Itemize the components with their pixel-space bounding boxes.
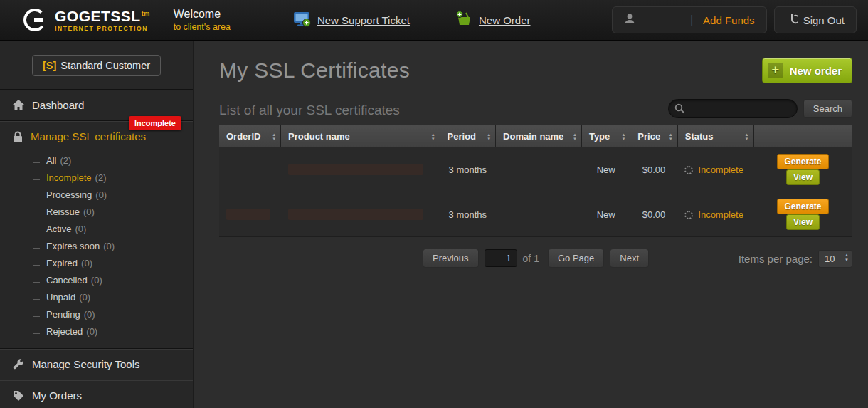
spinner-icon xyxy=(684,211,693,219)
col-header-domain[interactable]: Domain name xyxy=(496,125,582,147)
cell-status: Incomplete xyxy=(677,192,753,237)
tag-icon xyxy=(13,390,24,402)
sort-icon xyxy=(745,132,749,141)
gogetssl-logo[interactable]: GOGETSSLtm INTERNET PROTECTION xyxy=(21,6,150,33)
welcome-title: Welcome xyxy=(174,8,231,21)
home-icon xyxy=(13,100,24,110)
brand-tagline: INTERNET PROTECTION xyxy=(55,26,150,32)
sidebar-subitem-reissue[interactable]: Reissue(0) xyxy=(33,203,193,220)
sidebar-subitem-incomplete[interactable]: Incomplete(2) xyxy=(33,169,193,186)
support-ticket-icon xyxy=(293,11,312,30)
col-header-actions xyxy=(753,125,852,147)
new-support-ticket-link[interactable]: New Support Ticket xyxy=(293,11,410,30)
col-header-price[interactable]: Price xyxy=(630,125,677,147)
sidebar-subitem-active[interactable]: Active(0) xyxy=(33,220,193,237)
power-icon xyxy=(786,14,798,27)
sign-out-button[interactable]: Sign Out xyxy=(774,6,857,33)
cell-period: 3 months xyxy=(440,192,496,237)
view-button[interactable]: View xyxy=(786,214,820,230)
account-panel: | Add Funds xyxy=(612,6,767,33)
new-order-link[interactable]: New Order xyxy=(455,11,531,30)
redacted-product-name xyxy=(288,209,423,220)
sidebar-item-my-orders-label: My Orders xyxy=(32,389,82,402)
cell-period: 3 months xyxy=(440,147,496,192)
add-funds-link[interactable]: Add Funds xyxy=(703,14,755,26)
search-input[interactable] xyxy=(668,99,798,118)
sidebar-subitem-processing[interactable]: Processing(0) xyxy=(33,186,193,203)
page-number-input[interactable] xyxy=(485,249,517,267)
header-divider xyxy=(162,8,162,32)
sort-icon xyxy=(621,132,625,141)
table-header-row: OrderID Product name Period Domain name … xyxy=(219,125,852,147)
sidebar-subitem-rejected[interactable]: Rejected(0) xyxy=(33,323,193,340)
go-page-button[interactable]: Go Page xyxy=(548,249,604,268)
sort-icon xyxy=(487,132,491,141)
list-title: List of all your SSL certificates xyxy=(219,103,400,118)
sidebar-subitem-pending[interactable]: Pending(0) xyxy=(33,305,193,323)
cell-price: $0.00 xyxy=(630,147,677,192)
welcome-subtitle: to client's area xyxy=(174,22,231,32)
sort-icon xyxy=(669,132,673,141)
search-icon xyxy=(674,103,685,117)
generate-button[interactable]: Generate xyxy=(777,199,828,214)
new-order-button-label: New order xyxy=(790,65,842,77)
account-separator: | xyxy=(690,14,693,26)
items-per-page-select[interactable]: 10 xyxy=(818,250,852,268)
customer-badge-label: Standard Customer xyxy=(60,60,150,71)
ssl-subnav: All(2) Incomplete(2) Processing(0) Reiss… xyxy=(0,152,193,348)
page-count-label: of 1 xyxy=(523,253,539,264)
sign-out-label: Sign Out xyxy=(803,14,845,26)
col-header-product[interactable]: Product name xyxy=(281,125,440,147)
lock-icon xyxy=(13,131,23,142)
table-row: 3 months New $0.00 Incomplete Generate V… xyxy=(219,147,852,192)
sidebar-item-manage-ssl-label: Manage SSL certificates xyxy=(31,130,146,142)
items-per-page-label: Items per page: xyxy=(739,253,813,265)
new-order-label: New Order xyxy=(479,14,531,26)
cell-type: New xyxy=(581,192,630,237)
cell-domain xyxy=(496,147,582,192)
brand-tm: tm xyxy=(142,10,150,17)
user-icon[interactable] xyxy=(624,13,635,27)
brand-name: GOGETSSL xyxy=(55,8,141,24)
sidebar-item-security-tools[interactable]: Manage Security Tools xyxy=(0,349,193,380)
logo-text: GOGETSSLtm INTERNET PROTECTION xyxy=(55,9,150,32)
new-order-button[interactable]: + New order xyxy=(762,58,852,83)
cell-actions: Generate View xyxy=(753,192,852,237)
cell-actions: Generate View xyxy=(753,147,852,192)
customer-badge: [S]Standard Customer xyxy=(32,55,161,76)
search-button[interactable]: Search xyxy=(803,99,852,118)
sort-icon xyxy=(272,132,276,141)
account-area: | Add Funds Sign Out xyxy=(612,6,857,33)
plus-icon: + xyxy=(768,63,783,78)
sort-icon xyxy=(431,132,435,141)
gogetssl-logo-icon xyxy=(21,6,48,33)
view-button[interactable]: View xyxy=(786,169,820,185)
sidebar-subitem-expires-soon[interactable]: Expires soon(0) xyxy=(33,237,193,254)
table-row: 3 months New $0.00 Incomplete Generate V… xyxy=(219,192,852,237)
sort-icon xyxy=(573,132,577,141)
previous-page-button[interactable]: Previous xyxy=(423,249,479,268)
col-header-orderid[interactable]: OrderID xyxy=(219,125,281,147)
top-header: GOGETSSLtm INTERNET PROTECTION Welcome t… xyxy=(0,0,868,41)
new-support-ticket-label: New Support Ticket xyxy=(317,14,410,26)
redacted-product-name xyxy=(288,164,423,175)
pagination: Previous of 1 Go Page Next Items per pag… xyxy=(219,249,852,268)
cell-type: New xyxy=(581,147,630,192)
next-page-button[interactable]: Next xyxy=(610,249,649,268)
main-content: My SSL Certificates + New order List of … xyxy=(194,41,868,408)
cart-icon xyxy=(455,11,473,30)
sidebar-item-my-orders[interactable]: My Orders xyxy=(0,380,193,408)
generate-button[interactable]: Generate xyxy=(777,154,828,169)
sidebar-subitem-expired[interactable]: Expired(0) xyxy=(33,254,193,271)
page-title: My SSL Certificates xyxy=(219,58,410,83)
sidebar-subitem-all[interactable]: All(2) xyxy=(33,152,193,169)
cell-status: Incomplete xyxy=(677,147,753,192)
sidebar-subitem-cancelled[interactable]: Cancelled(0) xyxy=(33,271,193,288)
col-header-status[interactable]: Status xyxy=(677,125,753,147)
certificates-table: OrderID Product name Period Domain name … xyxy=(219,125,852,237)
welcome-block: Welcome to client's area xyxy=(174,8,231,32)
sidebar-subitem-unpaid[interactable]: Unpaid(0) xyxy=(33,288,193,305)
sidebar-item-security-tools-label: Manage Security Tools xyxy=(32,358,139,370)
col-header-type[interactable]: Type xyxy=(581,125,630,147)
col-header-period[interactable]: Period xyxy=(440,125,496,147)
